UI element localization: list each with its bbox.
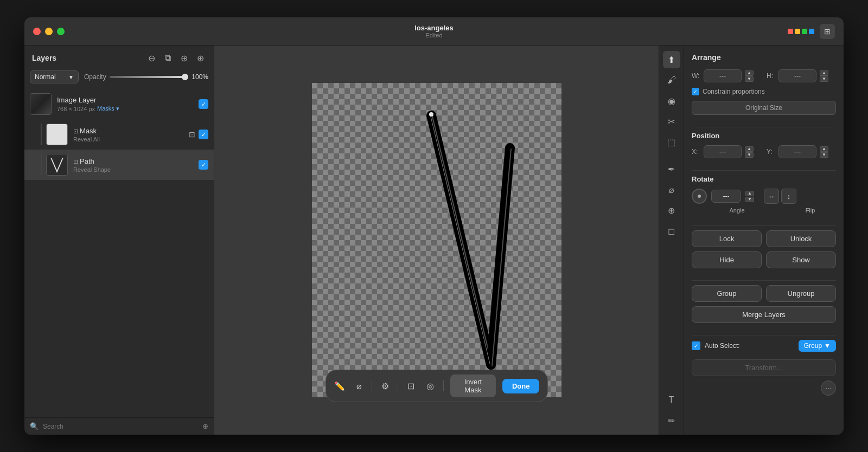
- pen-tool-btn[interactable]: ✏️: [333, 378, 346, 393]
- ungroup-button[interactable]: Ungroup: [766, 285, 836, 302]
- hide-button[interactable]: Hide: [692, 251, 762, 268]
- image-layer-actions: ✓: [199, 99, 208, 109]
- invert-mask-button[interactable]: Invert Mask: [450, 374, 496, 397]
- mask-layer-thumb: [46, 124, 68, 145]
- main-content: Layers ⊖ ⧉ ⊕ ⊕ Normal ▼ Opacity: [24, 46, 844, 435]
- erase-icon[interactable]: ◻: [663, 222, 680, 240]
- colorful-grid-icon[interactable]: [788, 29, 814, 34]
- show-button[interactable]: Show: [766, 251, 836, 268]
- original-size-button[interactable]: Original Size: [692, 101, 836, 115]
- width-stepper: ▲ ▼: [745, 70, 754, 82]
- merge-layers-button[interactable]: Merge Layers: [692, 306, 836, 323]
- clone-icon[interactable]: ⊕: [663, 202, 680, 219]
- transform-button[interactable]: Transform...: [692, 359, 836, 376]
- toolbar-divider: [372, 380, 372, 391]
- svg-line-4: [430, 114, 490, 364]
- path-layer-checkbox[interactable]: ✓: [199, 160, 208, 170]
- paint-tool-icon[interactable]: 🖌: [663, 72, 680, 89]
- layer-item-image[interactable]: Image Layer 768 × 1024 px Masks ▾ ✓: [24, 89, 214, 119]
- done-button[interactable]: Done: [502, 379, 540, 393]
- width-up-btn[interactable]: ▲: [745, 70, 754, 76]
- height-up-btn[interactable]: ▲: [820, 70, 828, 76]
- image-layer-checkbox[interactable]: ✓: [199, 99, 208, 109]
- path-layer-actions: ✓: [199, 160, 208, 170]
- settings-icon[interactable]: ⊞: [820, 24, 835, 39]
- angle-input[interactable]: [711, 190, 741, 203]
- x-field: X: ▲ ▼: [692, 145, 761, 158]
- duplicate-icon[interactable]: ⧉: [162, 52, 174, 64]
- selection-tool-icon[interactable]: ⬚: [663, 133, 680, 151]
- group-ungroup-row: Group Ungroup: [692, 285, 836, 302]
- width-down-btn[interactable]: ▼: [745, 76, 754, 82]
- svg-point-5: [429, 112, 433, 117]
- rotate-dial[interactable]: [692, 189, 707, 204]
- select-tool-icon[interactable]: ⬆: [663, 51, 680, 68]
- svg-line-2: [491, 148, 510, 365]
- filter-icon[interactable]: ⊕: [202, 422, 208, 430]
- y-up-btn[interactable]: ▲: [820, 146, 828, 152]
- mask-view-btn[interactable]: ⊡: [405, 378, 417, 393]
- search-input[interactable]: [43, 423, 198, 430]
- brush-icon[interactable]: ⌀: [663, 181, 680, 198]
- blend-mode-select[interactable]: Normal ▼: [30, 70, 79, 83]
- position-title: Position: [692, 132, 836, 140]
- window-title: los-angeles: [414, 24, 454, 32]
- pen-icon[interactable]: ✒: [663, 160, 680, 178]
- path-layer-info: ⊡ Path Reveal Shape: [73, 157, 199, 173]
- height-down-btn[interactable]: ▼: [820, 76, 828, 82]
- shape-tool-icon[interactable]: ◉: [663, 92, 680, 109]
- extra-tool-icon[interactable]: ✏: [663, 412, 680, 429]
- section-divider-4: [692, 280, 836, 281]
- text-icon[interactable]: T: [663, 391, 680, 409]
- group-button[interactable]: Group: [692, 285, 762, 302]
- bottom-toolbar: ✏️ ⌀ ⚙ ⊡ ◎ Invert Mask Done: [325, 370, 547, 402]
- image-layer-name: Image Layer: [57, 96, 199, 104]
- y-input[interactable]: [778, 145, 816, 158]
- width-input[interactable]: [704, 69, 742, 82]
- svg-line-1: [432, 117, 492, 366]
- mask-visibility-icon[interactable]: ⊡: [189, 130, 195, 139]
- stack-icon[interactable]: ⊕: [178, 52, 190, 64]
- maximize-button[interactable]: [57, 28, 65, 35]
- x-input[interactable]: [704, 145, 742, 158]
- app-window: los-angeles Edited ⊞ Layers ⊖ ⧉ ⊕ ⊕: [24, 17, 844, 435]
- auto-select-checkbox[interactable]: ✓: [692, 341, 700, 350]
- more-options-button[interactable]: ···: [821, 380, 836, 396]
- vector-tool-icon[interactable]: ✂: [663, 113, 680, 130]
- layer-item-mask[interactable]: ⊡ Mask Reveal All ⊡ ✓: [24, 119, 214, 150]
- mask-layer-actions: ⊡ ✓: [189, 130, 208, 139]
- overlay-btn[interactable]: ◎: [424, 378, 437, 393]
- mask-layer-checkbox[interactable]: ✓: [199, 130, 208, 139]
- minimize-button[interactable]: [45, 28, 53, 35]
- constrain-checkbox[interactable]: ✓: [692, 88, 699, 95]
- close-button[interactable]: [33, 28, 41, 35]
- x-up-btn[interactable]: ▲: [745, 146, 754, 152]
- path-layer-sub: Reveal Shape: [73, 166, 199, 173]
- arrange-panel: Arrange W: ▲ ▼ H: ▲ ▼: [684, 46, 844, 435]
- flip-h-btn[interactable]: ↔: [764, 189, 779, 204]
- layer-item-path[interactable]: ⊡ Path Reveal Shape ✓: [24, 150, 214, 180]
- angle-down-btn[interactable]: ▼: [745, 197, 754, 202]
- opacity-slider[interactable]: [110, 76, 189, 78]
- x-down-btn[interactable]: ▼: [745, 152, 754, 158]
- eraser-tool-btn[interactable]: ⌀: [353, 378, 365, 393]
- title-bar: los-angeles Edited ⊞: [24, 17, 844, 46]
- w-label: W:: [692, 72, 700, 80]
- height-input[interactable]: [778, 69, 816, 82]
- layers-panel: Layers ⊖ ⧉ ⊕ ⊕ Normal ▼ Opacity: [24, 46, 214, 435]
- subtract-icon[interactable]: ⊖: [145, 52, 157, 64]
- layers-header: Layers ⊖ ⧉ ⊕ ⊕: [24, 46, 214, 68]
- lock-button[interactable]: Lock: [692, 230, 762, 247]
- image-layer-info: Image Layer 768 × 1024 px Masks ▾: [57, 96, 199, 112]
- angle-up-btn[interactable]: ▲: [745, 191, 754, 196]
- unlock-button[interactable]: Unlock: [766, 230, 836, 247]
- auto-select-dropdown[interactable]: Group ▼: [799, 340, 836, 352]
- svg-line-3: [492, 149, 511, 366]
- angle-label: Angle: [711, 207, 763, 214]
- flip-v-btn[interactable]: ↕: [781, 189, 796, 204]
- masks-link[interactable]: Masks ▾: [97, 105, 119, 112]
- adjust-tool-btn[interactable]: ⚙: [379, 378, 391, 393]
- y-down-btn[interactable]: ▼: [820, 152, 828, 158]
- canvas-svg: [312, 83, 561, 397]
- add-icon[interactable]: ⊕: [194, 52, 206, 64]
